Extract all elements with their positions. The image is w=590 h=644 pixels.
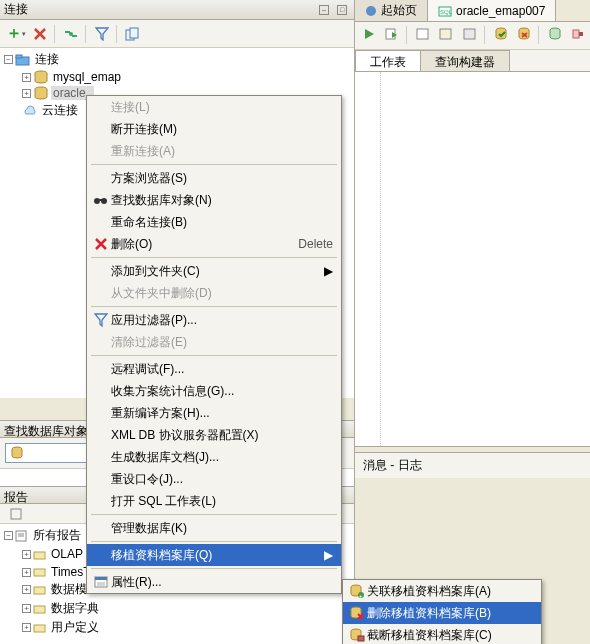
menu-item-label: 添加到文件夹(C) bbox=[111, 263, 308, 280]
add-icon[interactable]: ＋▾ bbox=[8, 26, 24, 42]
expander-icon[interactable]: + bbox=[22, 604, 31, 613]
menu-item[interactable]: 打开 SQL 工作表(L) bbox=[87, 490, 341, 512]
rollback-icon[interactable] bbox=[516, 26, 532, 42]
menu-item-label: 远程调试(F)... bbox=[111, 361, 333, 378]
tab-start-page[interactable]: 起始页 bbox=[355, 0, 428, 21]
menu-item-label: 生成数据库文档(J)... bbox=[111, 449, 333, 466]
database-icon bbox=[33, 86, 49, 100]
menu-item[interactable]: 删除移植资料档案库(B) bbox=[343, 602, 541, 624]
svg-rect-23 bbox=[464, 29, 475, 39]
tab-oracle-emap007[interactable]: SQLoracle_emap007 bbox=[428, 0, 556, 21]
menu-item[interactable]: 连接(L) bbox=[87, 96, 341, 118]
menu-item[interactable]: 添加到文件夹(C)▶ bbox=[87, 260, 341, 282]
db-link-icon: + bbox=[347, 584, 367, 598]
menu-item-label: 从文件夹中删除(D) bbox=[111, 285, 333, 302]
menu-item[interactable]: XML DB 协议服务器配置(X) bbox=[87, 424, 341, 446]
tab-label: 起始页 bbox=[381, 2, 417, 19]
menu-item[interactable]: 方案浏览器(S) bbox=[87, 167, 341, 189]
binoculars-icon bbox=[91, 193, 111, 207]
run-script-icon[interactable] bbox=[385, 26, 401, 42]
tree-item-label: 数据字典 bbox=[49, 600, 101, 617]
subtab-label: 工作表 bbox=[370, 55, 406, 69]
menu-item-label: 删除(O) bbox=[111, 236, 268, 253]
expander-icon[interactable]: + bbox=[22, 568, 31, 577]
menu-item[interactable]: 重设口令(J)... bbox=[87, 468, 341, 490]
menu-item-label: 应用过滤器(P)... bbox=[111, 312, 333, 329]
autotrace-icon[interactable] bbox=[439, 26, 455, 42]
svg-rect-14 bbox=[34, 587, 45, 594]
tree-item-label: 用户定义 bbox=[49, 619, 101, 636]
menu-item[interactable]: 管理数据库(K) bbox=[87, 517, 341, 539]
menu-item[interactable]: 应用过滤器(P)... bbox=[87, 309, 341, 331]
tab-label: oracle_emap007 bbox=[456, 4, 545, 18]
expander-icon[interactable]: − bbox=[4, 55, 13, 64]
subtab-worksheet[interactable]: 工作表 bbox=[355, 50, 421, 71]
menu-item[interactable]: 截断移植资料档案库(C) bbox=[343, 624, 541, 644]
expander-icon[interactable]: − bbox=[4, 531, 13, 540]
copy-icon[interactable] bbox=[125, 26, 141, 42]
reports-action-icon[interactable] bbox=[8, 506, 24, 522]
menu-item[interactable]: 从文件夹中删除(D) bbox=[87, 282, 341, 304]
svg-rect-8 bbox=[11, 509, 21, 519]
menu-item[interactable]: +关联移植资料档案库(A) bbox=[343, 580, 541, 602]
menu-item-label: 管理数据库(K) bbox=[111, 520, 333, 537]
menu-item-label: 关联移植资料档案库(A) bbox=[367, 583, 533, 600]
worksheet-subtabs: 工作表 查询构建器 bbox=[355, 50, 590, 72]
menu-item[interactable]: 重新连接(A) bbox=[87, 140, 341, 162]
expander-icon[interactable]: + bbox=[22, 73, 31, 82]
filter-icon[interactable] bbox=[94, 26, 110, 42]
minimize-icon[interactable]: – bbox=[316, 2, 332, 18]
menu-item[interactable]: 查找数据库对象(N) bbox=[87, 189, 341, 211]
svg-rect-2 bbox=[130, 28, 138, 38]
menu-item-label: 打开 SQL 工作表(L) bbox=[111, 493, 333, 510]
unshare-worksheet-icon[interactable] bbox=[547, 26, 563, 42]
menu-item-label: 重新连接(A) bbox=[111, 143, 333, 160]
db-delete-icon bbox=[347, 606, 367, 620]
menu-item-label: 截断移植资料档案库(C) bbox=[367, 627, 533, 644]
tree-item[interactable]: +用户定义 bbox=[2, 618, 352, 637]
menu-item[interactable]: 清除过滤器(E) bbox=[87, 331, 341, 353]
sql-editor[interactable] bbox=[355, 72, 590, 447]
expander-icon[interactable]: + bbox=[22, 89, 31, 98]
expander-icon[interactable]: + bbox=[22, 585, 31, 594]
menu-item[interactable]: 重新编译方案(H)... bbox=[87, 402, 341, 424]
tree-item[interactable]: + mysql_emap bbox=[2, 69, 352, 85]
svg-rect-15 bbox=[34, 606, 45, 613]
delete-connection-icon[interactable] bbox=[32, 26, 48, 42]
expander-icon[interactable]: + bbox=[22, 623, 31, 632]
submenu-arrow-icon: ▶ bbox=[324, 548, 333, 562]
svg-rect-22 bbox=[440, 29, 451, 39]
tree-root[interactable]: − 连接 bbox=[2, 50, 352, 69]
filter-icon bbox=[91, 313, 111, 327]
commit-icon[interactable] bbox=[493, 26, 509, 42]
menu-item-label: 查找数据库对象(N) bbox=[111, 192, 333, 209]
menu-item[interactable]: 重命名连接(B) bbox=[87, 211, 341, 233]
run-icon[interactable] bbox=[361, 26, 377, 42]
svg-rect-31 bbox=[98, 199, 103, 201]
properties-icon bbox=[91, 575, 111, 589]
subtab-query-builder[interactable]: 查询构建器 bbox=[420, 50, 510, 71]
menu-item[interactable]: 生成数据库文档(J)... bbox=[87, 446, 341, 468]
svg-rect-12 bbox=[34, 552, 45, 559]
svg-rect-33 bbox=[95, 577, 107, 580]
menu-item[interactable]: 收集方案统计信息(G)... bbox=[87, 380, 341, 402]
reconnect-icon[interactable] bbox=[63, 26, 79, 42]
menu-item[interactable]: 远程调试(F)... bbox=[87, 358, 341, 380]
svg-rect-27 bbox=[573, 30, 579, 38]
svg-rect-16 bbox=[34, 625, 45, 632]
sql-tuning-icon[interactable] bbox=[462, 26, 478, 42]
tree-item[interactable]: +数据字典 bbox=[2, 599, 352, 618]
restore-icon[interactable]: □ bbox=[334, 2, 350, 18]
menu-item[interactable]: 属性(R)... bbox=[87, 571, 341, 593]
editor-tabs: 起始页 SQLoracle_emap007 bbox=[355, 0, 590, 22]
connections-toolbar: ＋▾ bbox=[0, 20, 354, 48]
svg-rect-4 bbox=[16, 55, 22, 58]
folder-icon bbox=[15, 53, 31, 67]
clear-icon[interactable] bbox=[570, 26, 586, 42]
editor-toolbar bbox=[355, 22, 590, 50]
expander-icon[interactable]: + bbox=[22, 550, 31, 559]
menu-item[interactable]: 移植资料档案库(Q)▶ bbox=[87, 544, 341, 566]
menu-item[interactable]: 断开连接(M) bbox=[87, 118, 341, 140]
explain-plan-icon[interactable] bbox=[415, 26, 431, 42]
menu-item[interactable]: 删除(O)Delete bbox=[87, 233, 341, 255]
